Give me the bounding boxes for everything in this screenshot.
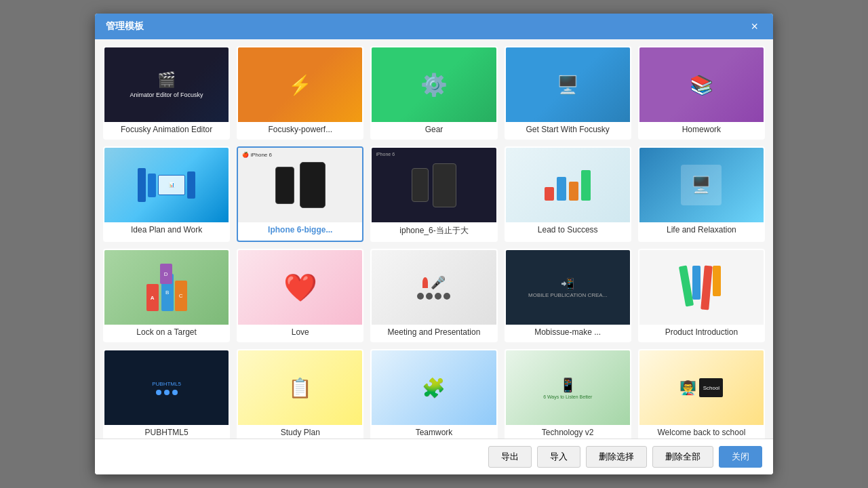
modal-title: 管理模板 (106, 20, 144, 33)
modal-body: 🎬 Animator Editor of Focusky Focusky Ani… (95, 39, 773, 439)
template-thumb-life-relaxation: 🖥️ (639, 148, 764, 222)
template-label-get-start: Get Start With Focusky (506, 122, 630, 138)
template-label-idea-plan: Idea Plan and Work (104, 222, 229, 239)
template-item-get-start[interactable]: 🖥️ Get Start With Focusky (505, 46, 631, 140)
template-item-lead-success[interactable]: Lead to Success (505, 146, 631, 242)
template-item-welcome-school[interactable]: 👨‍🏫 School Welcome back to school (638, 349, 765, 439)
template-grid: 🎬 Animator Editor of Focusky Focusky Ani… (103, 46, 765, 439)
modal-close-button[interactable]: × (747, 19, 762, 34)
template-label-technology-v2: Technology v2 (506, 425, 630, 439)
template-item-gear[interactable]: ⚙️ Gear (370, 46, 497, 140)
template-label-lead-success: Lead to Success (506, 222, 630, 239)
template-thumb-homework: 📚 (639, 47, 764, 122)
template-thumb-lock-target: A B C D (104, 250, 229, 325)
manage-templates-modal: 管理模板 × 🎬 Animator Editor of Focusky Focu… (95, 14, 773, 474)
template-label-homework: Homework (639, 122, 764, 138)
template-label-love: Love (238, 325, 362, 341)
template-label-life-relaxation: Life and Relaxation (639, 222, 764, 239)
template-label-pubhtml5: PUBHTML5 (104, 425, 229, 439)
template-item-iphone6-cn[interactable]: iPhone 6 iphone_6-当止于大 (370, 146, 497, 242)
template-label-mobissue: Mobissue-make ... (506, 325, 630, 341)
template-item-focusky-animation[interactable]: 🎬 Animator Editor of Focusky Focusky Ani… (103, 46, 230, 140)
template-thumb-get-start: 🖥️ (506, 47, 630, 122)
export-button[interactable]: 导出 (488, 446, 532, 468)
template-thumb-iphone6-big: 🍎 iPhone 6 (238, 148, 362, 222)
template-label-teamwork: Teamwork (372, 425, 496, 439)
delete-all-button[interactable]: 删除全部 (652, 446, 713, 468)
template-item-life-relaxation[interactable]: 🖥️ Life and Relaxation (638, 146, 765, 242)
template-thumb-iphone6-cn: iPhone 6 (372, 148, 496, 222)
template-thumb-welcome-school: 👨‍🏫 School (639, 350, 764, 425)
template-item-technology-v2[interactable]: 📱 6 Ways to Listen Better Technology v2 (505, 349, 631, 439)
template-item-idea-plan[interactable]: 📊 Idea Plan and Work (103, 146, 230, 242)
template-item-focusky-powerful[interactable]: ⚡ Focusky-powerf... (237, 46, 363, 140)
template-item-teamwork[interactable]: 🧩 Teamwork (370, 349, 497, 439)
template-thumb-focusky-animation: 🎬 Animator Editor of Focusky (104, 47, 229, 122)
template-thumb-mobissue: 📲 MOBILE PUBLICATION CREA... (506, 250, 630, 325)
template-item-meeting[interactable]: 🎤 Meeting and Presentation (370, 249, 497, 342)
template-thumb-idea-plan: 📊 (104, 148, 229, 222)
close-button[interactable]: 关闭 (719, 446, 762, 468)
template-thumb-pubhtml5: PUBHTML5 (104, 350, 229, 425)
template-label-focusky-animation: Focusky Animation Editor (104, 122, 229, 138)
template-thumb-teamwork: 🧩 (372, 350, 496, 425)
template-item-lock-target[interactable]: A B C D Lock on a Target (103, 249, 230, 342)
modal-footer: 导出 导入 删除选择 删除全部 关闭 (95, 439, 773, 474)
template-thumb-gear: ⚙️ (372, 47, 496, 122)
template-label-study-plan: Study Plan (238, 425, 362, 439)
template-thumb-love: ❤️ (238, 250, 362, 325)
template-label-welcome-school: Welcome back to school (639, 425, 764, 439)
template-thumb-lead-success (506, 148, 630, 222)
modal-header: 管理模板 × (95, 14, 773, 39)
template-label-lock-target: Lock on a Target (104, 325, 229, 341)
modal-overlay: 管理模板 × 🎬 Animator Editor of Focusky Focu… (0, 0, 868, 488)
delete-selected-button[interactable]: 删除选择 (586, 446, 647, 468)
import-button[interactable]: 导入 (537, 446, 580, 468)
template-label-gear: Gear (372, 122, 496, 138)
template-label-iphone6-cn: iphone_6-当止于大 (372, 222, 496, 241)
template-label-product-intro: Product Introduction (639, 325, 764, 341)
template-thumb-product-intro (639, 250, 764, 325)
template-thumb-study-plan: 📋 (238, 350, 362, 425)
template-thumb-technology-v2: 📱 6 Ways to Listen Better (506, 350, 630, 425)
template-item-pubhtml5[interactable]: PUBHTML5 PUBHTML5 (103, 349, 230, 439)
template-item-mobissue[interactable]: 📲 MOBILE PUBLICATION CREA... Mobissue-ma… (505, 249, 631, 342)
template-item-study-plan[interactable]: 📋 Study Plan (237, 349, 363, 439)
template-item-love[interactable]: ❤️ Love (237, 249, 363, 342)
template-label-focusky-powerful: Focusky-powerf... (238, 122, 362, 138)
template-item-product-intro[interactable]: Product Introduction (638, 249, 765, 342)
template-label-iphone6-big: Iphone 6-bigge... (238, 222, 362, 239)
template-thumb-focusky-powerful: ⚡ (238, 47, 362, 122)
template-item-iphone6-big[interactable]: 🍎 iPhone 6 Iphone 6-bigge... (237, 146, 363, 242)
template-item-homework[interactable]: 📚 Homework (638, 46, 765, 140)
template-thumb-meeting: 🎤 (372, 250, 496, 325)
template-label-meeting: Meeting and Presentation (372, 325, 496, 341)
